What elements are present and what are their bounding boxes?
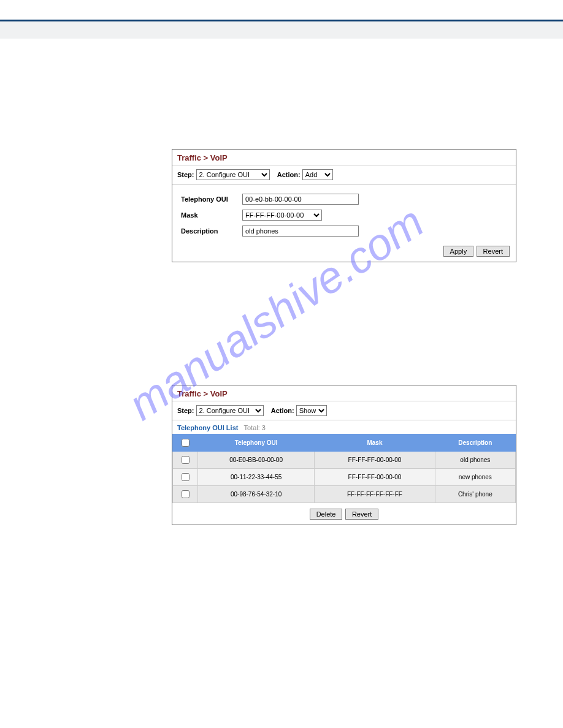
step-select-2[interactable]: 2. Configure OUI [196,405,264,416]
button-row: Apply Revert [172,245,516,262]
cell-mask: FF-FF-FF-FF-FF-FF [315,486,435,503]
list-total: Total: 3 [243,424,265,431]
action-label: Action: [277,171,301,178]
step-label: Step: [177,171,194,178]
cell-oui: 00-98-76-54-32-10 [198,486,315,503]
telephony-oui-input[interactable] [242,194,359,205]
description-label: Description [181,227,242,235]
row-checkbox[interactable] [182,490,190,498]
table-row: 00-11-22-33-44-55 FF-FF-FF-00-00-00 new … [173,469,516,486]
cell-oui: 00-11-22-33-44-55 [198,469,315,486]
cell-desc: Chris' phone [435,486,515,503]
delete-button[interactable]: Delete [310,509,343,520]
description-input[interactable] [242,226,359,237]
cell-mask: FF-FF-FF-00-00-00 [315,469,435,486]
select-all-header [173,434,198,452]
cell-oui: 00-E0-BB-00-00-00 [198,452,315,469]
step-action-bar: Step: 2. Configure OUI Action: Add [172,165,516,184]
mask-label: Mask [181,211,242,219]
panel-title: Traffic > VoIP [172,150,516,165]
cell-desc: new phones [435,469,515,486]
col-desc: Description [435,434,515,452]
action-select-2[interactable]: Show [296,405,327,416]
table-row: 00-98-76-54-32-10 FF-FF-FF-FF-FF-FF Chri… [173,486,516,503]
oui-table: Telephony OUI Mask Description 00-E0-BB-… [172,434,516,503]
step-action-bar-2: Step: 2. Configure OUI Action: Show [172,401,516,420]
action-label-2: Action: [271,407,294,414]
form-body: Telephony OUI Mask FF-FF-FF-00-00-00 Des… [172,184,516,245]
revert-button[interactable]: Revert [477,246,510,257]
list-title: Telephony OUI List Total: 3 [172,420,516,431]
action-select[interactable]: Add [302,169,333,180]
header-band [0,21,563,39]
panel-title-2: Traffic > VoIP [172,385,516,401]
select-all-checkbox[interactable] [182,439,190,447]
button-row-2: Delete Revert [172,503,516,525]
revert-button-2[interactable]: Revert [345,509,378,520]
voip-add-panel: Traffic > VoIP Step: 2. Configure OUI Ac… [172,149,516,262]
table-row: 00-E0-BB-00-00-00 FF-FF-FF-00-00-00 old … [173,452,516,469]
apply-button[interactable]: Apply [443,246,474,257]
step-label-2: Step: [177,407,194,414]
row-checkbox[interactable] [182,456,190,464]
row-checkbox[interactable] [182,473,190,481]
cell-desc: old phones [435,452,515,469]
step-select[interactable]: 2. Configure OUI [196,169,270,180]
cell-mask: FF-FF-FF-00-00-00 [315,452,435,469]
col-mask: Mask [315,434,435,452]
mask-select[interactable]: FF-FF-FF-00-00-00 [242,210,322,221]
col-oui: Telephony OUI [198,434,315,452]
telephony-oui-label: Telephony OUI [181,195,242,203]
voip-show-panel: Traffic > VoIP Step: 2. Configure OUI Ac… [172,385,516,525]
